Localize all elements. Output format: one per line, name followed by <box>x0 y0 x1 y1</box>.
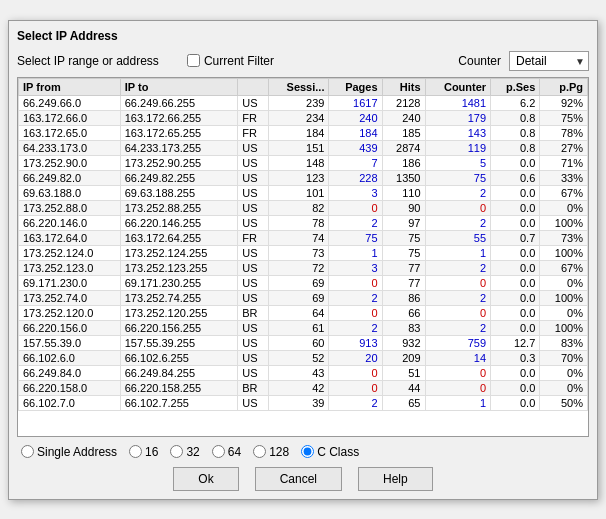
table-cell: 66.220.146.255 <box>120 215 237 230</box>
table-row[interactable]: 173.252.74.0173.252.74.255US6928620.0100… <box>19 290 588 305</box>
table-cell: 75 <box>382 230 425 245</box>
table-cell: 66.249.84.0 <box>19 365 121 380</box>
table-cell: US <box>238 260 269 275</box>
radio-128-input[interactable] <box>253 445 266 458</box>
table-cell: 73% <box>540 230 588 245</box>
table-cell: 82 <box>269 200 329 215</box>
table-cell: 100% <box>540 290 588 305</box>
detail-select[interactable]: Detail <box>509 51 589 71</box>
table-cell: 75 <box>329 230 382 245</box>
table-cell: 932 <box>382 335 425 350</box>
table-cell: 173.252.124.0 <box>19 245 121 260</box>
current-filter-checkbox[interactable] <box>187 54 200 67</box>
table-cell: 69.63.188.0 <box>19 185 121 200</box>
table-cell: 179 <box>425 110 491 125</box>
table-cell: 157.55.39.0 <box>19 335 121 350</box>
table-cell: 69 <box>269 290 329 305</box>
radio-16-input[interactable] <box>129 445 142 458</box>
table-cell: 75 <box>382 245 425 260</box>
ok-button[interactable]: Ok <box>173 467 238 491</box>
table-cell: 64.233.173.255 <box>120 140 237 155</box>
cancel-button[interactable]: Cancel <box>255 467 342 491</box>
radio-cclass-input[interactable] <box>301 445 314 458</box>
table-cell: 151 <box>269 140 329 155</box>
table-cell: 64.233.173.0 <box>19 140 121 155</box>
table-cell: 913 <box>329 335 382 350</box>
table-cell: 83% <box>540 335 588 350</box>
table-cell: 173.252.123.255 <box>120 260 237 275</box>
table-row[interactable]: 173.252.123.0173.252.123.255US7237720.06… <box>19 260 588 275</box>
table-cell: 0 <box>425 380 491 395</box>
table-cell: 2 <box>425 290 491 305</box>
table-cell: 0 <box>329 305 382 320</box>
table-cell: BR <box>238 380 269 395</box>
table-cell: US <box>238 215 269 230</box>
table-cell: 2 <box>425 320 491 335</box>
counter-label: Counter <box>458 54 501 68</box>
table-cell: 0.8 <box>491 110 540 125</box>
table-row[interactable]: 66.220.158.066.220.158.255BR4204400.00% <box>19 380 588 395</box>
table-cell: 66.249.84.255 <box>120 365 237 380</box>
table-row[interactable]: 163.172.66.0163.172.66.255FR234240240179… <box>19 110 588 125</box>
table-row[interactable]: 173.252.124.0173.252.124.255US7317510.01… <box>19 245 588 260</box>
table-row[interactable]: 163.172.65.0163.172.65.255FR184184185143… <box>19 125 588 140</box>
table-cell: 66.220.156.255 <box>120 320 237 335</box>
radio-64-label: 64 <box>228 445 241 459</box>
table-row[interactable]: 69.63.188.069.63.188.255US101311020.067% <box>19 185 588 200</box>
table-cell: 67% <box>540 260 588 275</box>
col-pages: Pages <box>329 78 382 95</box>
table-row[interactable]: 66.220.146.066.220.146.255US7829720.0100… <box>19 215 588 230</box>
table-row[interactable]: 64.233.173.064.233.173.255US151439287411… <box>19 140 588 155</box>
table-cell: 65 <box>382 395 425 410</box>
button-row: Ok Cancel Help <box>17 467 589 491</box>
table-cell: 184 <box>329 125 382 140</box>
ip-range-label: Select IP range or address <box>17 54 159 68</box>
table-cell: 148 <box>269 155 329 170</box>
table-cell: US <box>238 350 269 365</box>
table-cell: FR <box>238 110 269 125</box>
table-cell: 70% <box>540 350 588 365</box>
table-container[interactable]: IP from IP to Sessi... Pages Hits Counte… <box>17 77 589 437</box>
radio-32-input[interactable] <box>170 445 183 458</box>
table-cell: 77 <box>382 275 425 290</box>
table-row[interactable]: 173.252.90.0173.252.90.255US148718650.07… <box>19 155 588 170</box>
radio-single-input[interactable] <box>21 445 34 458</box>
table-cell: 61 <box>269 320 329 335</box>
table-row[interactable]: 157.55.39.0157.55.39.255US6091393275912.… <box>19 335 588 350</box>
table-row[interactable]: 66.249.66.066.249.66.255US23916172128148… <box>19 95 588 110</box>
help-button[interactable]: Help <box>358 467 433 491</box>
table-row[interactable]: 66.249.84.066.249.84.255US4305100.00% <box>19 365 588 380</box>
table-cell: 0.0 <box>491 260 540 275</box>
table-cell: 209 <box>382 350 425 365</box>
table-cell: US <box>238 200 269 215</box>
table-row[interactable]: 66.102.6.066.102.6.255US5220209140.370% <box>19 350 588 365</box>
table-row[interactable]: 66.102.7.066.102.7.255US3926510.050% <box>19 395 588 410</box>
table-cell: 74 <box>269 230 329 245</box>
table-cell: 66.102.6.0 <box>19 350 121 365</box>
dialog: Select IP Address Select IP range or add… <box>8 20 598 500</box>
table-cell: 43 <box>269 365 329 380</box>
table-cell: 5 <box>425 155 491 170</box>
table-cell: 110 <box>382 185 425 200</box>
table-cell: 6.2 <box>491 95 540 110</box>
table-cell: 83 <box>382 320 425 335</box>
table-cell: 44 <box>382 380 425 395</box>
table-row[interactable]: 163.172.64.0163.172.64.255FR747575550.77… <box>19 230 588 245</box>
table-cell: 1350 <box>382 170 425 185</box>
table-row[interactable]: 69.171.230.069.171.230.255US6907700.00% <box>19 275 588 290</box>
table-row[interactable]: 173.252.88.0173.252.88.255US8209000.00% <box>19 200 588 215</box>
table-cell: US <box>238 95 269 110</box>
table-row[interactable]: 66.220.156.066.220.156.255US6128320.0100… <box>19 320 588 335</box>
table-row[interactable]: 66.249.82.066.249.82.255US1232281350750.… <box>19 170 588 185</box>
table-cell: 69.63.188.255 <box>120 185 237 200</box>
table-cell: 101 <box>269 185 329 200</box>
table-cell: 0.7 <box>491 230 540 245</box>
table-cell: 52 <box>269 350 329 365</box>
table-cell: 1 <box>425 395 491 410</box>
radio-64-input[interactable] <box>212 445 225 458</box>
table-cell: 2874 <box>382 140 425 155</box>
table-cell: 66.220.158.255 <box>120 380 237 395</box>
table-cell: 234 <box>269 110 329 125</box>
table-cell: 69 <box>269 275 329 290</box>
table-row[interactable]: 173.252.120.0173.252.120.255BR6406600.00… <box>19 305 588 320</box>
